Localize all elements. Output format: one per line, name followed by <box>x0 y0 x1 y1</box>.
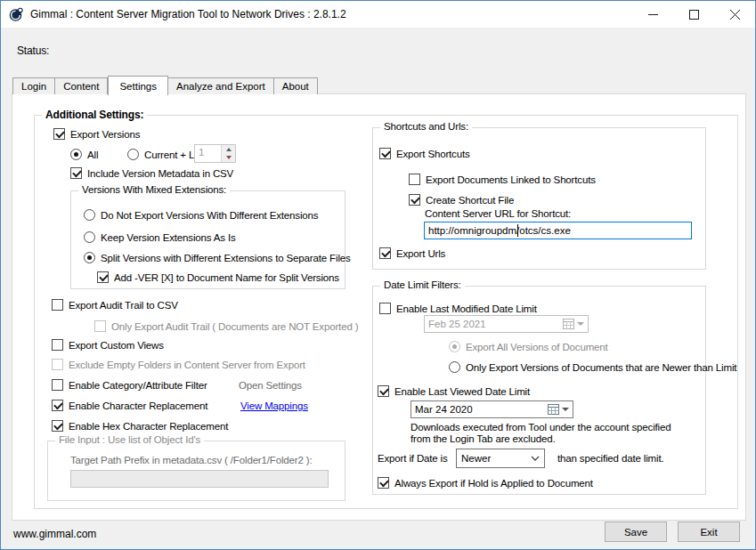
version-count-stepper[interactable]: 1 <box>194 144 236 163</box>
content-server-url-input[interactable]: http://omnigroupdm/otcs/cs.exe <box>424 222 692 239</box>
downloads-note-line2: from the Login Tab are excluded. <box>411 433 671 445</box>
radio-dot-icon <box>84 209 95 221</box>
create-shortcut-file-checkbox[interactable]: Create Shortcut File <box>409 194 514 206</box>
dropdown-arrow-icon <box>577 322 584 326</box>
stepper-up-button[interactable] <box>222 145 235 154</box>
modified-date-picker[interactable]: Feb 25 2021 <box>424 315 589 333</box>
tab-content[interactable]: Content <box>55 77 108 94</box>
checkbox-box-icon <box>378 385 389 397</box>
status-label: Status: <box>17 44 49 57</box>
export-versions-checkbox[interactable]: Export Versions <box>53 128 140 140</box>
add-ver-checkbox[interactable]: Add -VER [X] to Document Name for Split … <box>97 271 339 283</box>
add-ver-label: Add -VER [X] to Document Name for Split … <box>114 272 339 283</box>
content-server-url-value: http://omnigroupdm/otcs/cs.exe <box>428 225 571 236</box>
checkbox-box-icon <box>378 477 389 489</box>
export-docs-linked-label: Export Documents Linked to Shortcuts <box>426 174 596 185</box>
enable-character-replacement-checkbox[interactable]: Enable Character Replacement <box>52 400 207 411</box>
checkbox-box-icon <box>52 420 63 432</box>
exclude-empty-folders-checkbox[interactable]: Exclude Empty Folders in Content Server … <box>52 359 305 370</box>
open-settings-link[interactable]: Open Settings <box>239 380 302 391</box>
enable-last-modified-label: Enable Last Modified Date Limit <box>396 303 537 314</box>
window-frame: Gimmal : Content Server Migration Tool t… <box>0 0 756 550</box>
title-bar: Gimmal : Content Server Migration Tool t… <box>1 1 755 28</box>
create-shortcut-file-label: Create Shortcut File <box>426 195 514 206</box>
do-not-export-versions-radio[interactable]: Do Not Export Versions With Different Ex… <box>84 209 318 221</box>
radio-dot-icon <box>449 341 460 352</box>
additional-settings-title: Additional Settings: <box>42 109 147 121</box>
tab-strip: Login Content Settings Analyze and Expor… <box>12 75 318 94</box>
tab-login[interactable]: Login <box>12 77 55 94</box>
view-mappings-link[interactable]: View Mappings <box>240 400 308 411</box>
split-versions-radio[interactable]: Split Versions with Different Extensions… <box>84 252 351 263</box>
radio-dot-icon <box>70 149 82 160</box>
minimize-button[interactable] <box>632 1 673 28</box>
include-version-metadata-checkbox[interactable]: Include Version Metadata in CSV <box>70 167 233 179</box>
mixed-extensions-group: Versions With Mixed Extensions: Do Not E… <box>70 190 345 289</box>
export-custom-views-checkbox[interactable]: Export Custom Views <box>52 339 164 351</box>
versions-all-radio[interactable]: All <box>70 149 98 160</box>
always-export-hold-checkbox[interactable]: Always Export if Hold is Applied to Docu… <box>378 477 593 489</box>
do-not-export-versions-label: Do Not Export Versions With Different Ex… <box>101 210 318 221</box>
radio-dot-icon <box>84 252 95 263</box>
stepper-down-button[interactable] <box>222 154 235 163</box>
keep-extensions-label: Keep Version Extensions As Is <box>101 232 236 243</box>
window-controls <box>632 1 755 28</box>
tab-settings[interactable]: Settings <box>108 76 168 95</box>
target-path-prefix-label: Target Path Prefix in metadata.csv ( /Fo… <box>70 455 313 465</box>
enable-last-viewed-checkbox[interactable]: Enable Last Viewed Date Limit <box>378 385 530 397</box>
shortcuts-and-urls-group: Shortcuts and Urls: Export Shortcuts Exp… <box>372 127 706 270</box>
downloads-note: Downloads executed from Tool under the a… <box>411 422 671 445</box>
export-custom-views-label: Export Custom Views <box>69 340 164 351</box>
checkbox-box-icon <box>379 303 391 314</box>
modified-date-value: Feb 25 2021 <box>428 319 486 329</box>
enable-hex-replacement-checkbox[interactable]: Enable Hex Character Replacement <box>52 420 228 432</box>
radio-dot-icon <box>84 231 95 243</box>
keep-extensions-radio[interactable]: Keep Version Extensions As Is <box>84 231 236 243</box>
date-comparison-value: Newer <box>461 453 491 464</box>
checkbox-box-icon <box>52 299 63 311</box>
viewed-date-value: Mar 24 2020 <box>415 404 473 415</box>
export-audit-trail-label: Export Audit Trail to CSV <box>69 300 178 311</box>
export-all-versions-radio[interactable]: Export All Versions of Document <box>449 341 608 352</box>
export-if-date-label: Export if Date is <box>378 453 448 464</box>
only-export-audit-checkbox[interactable]: Only Export Audit Trail ( Documents are … <box>94 320 358 332</box>
mixed-extensions-title: Versions With Mixed Extensions: <box>78 184 230 195</box>
additional-settings-group: Additional Settings: Export Versions All… <box>34 115 738 509</box>
only-newer-radio[interactable]: Only Export Versions of Documents that a… <box>449 361 736 373</box>
date-comparison-select[interactable]: Newer <box>456 449 545 468</box>
maximize-button[interactable] <box>673 1 714 28</box>
file-input-title: File Input : Use list of Object Id's <box>55 434 204 445</box>
radio-dot-icon <box>449 361 460 373</box>
export-urls-checkbox[interactable]: Export Urls <box>379 247 445 259</box>
radio-dot-icon <box>127 149 139 160</box>
dropdown-arrow-icon <box>562 408 569 411</box>
enable-character-replacement-label: Enable Character Replacement <box>69 400 207 411</box>
enable-last-modified-checkbox[interactable]: Enable Last Modified Date Limit <box>379 303 537 314</box>
save-button[interactable]: Save <box>605 522 667 542</box>
exit-button[interactable]: Exit <box>678 522 740 542</box>
export-shortcuts-checkbox[interactable]: Export Shortcuts <box>379 148 470 159</box>
only-newer-label: Only Export Versions of Documents that a… <box>466 362 736 373</box>
text-caret <box>517 224 518 237</box>
export-audit-trail-checkbox[interactable]: Export Audit Trail to CSV <box>52 299 178 311</box>
export-versions-label: Export Versions <box>70 129 140 140</box>
up-arrow-icon <box>226 148 232 151</box>
versions-all-label: All <box>87 150 98 160</box>
tab-content-label: Content <box>63 81 99 92</box>
only-export-audit-label: Only Export Audit Trail ( Documents are … <box>111 321 358 332</box>
export-docs-linked-checkbox[interactable]: Export Documents Linked to Shortcuts <box>409 174 596 185</box>
close-button[interactable] <box>714 1 755 28</box>
calendar-icon <box>548 404 559 415</box>
tab-analyze-and-export[interactable]: Analyze and Export <box>168 77 274 94</box>
version-count-value: 1 <box>195 145 221 162</box>
target-path-prefix-input[interactable] <box>70 470 329 488</box>
checkbox-box-icon <box>379 247 391 259</box>
viewed-date-picker[interactable]: Mar 24 2020 <box>411 400 573 418</box>
checkbox-box-icon <box>52 379 63 391</box>
export-shortcuts-label: Export Shortcuts <box>396 149 470 159</box>
tab-about[interactable]: About <box>274 77 318 94</box>
enable-category-filter-checkbox[interactable]: Enable Category/Attribute Filter <box>52 379 207 391</box>
checkbox-box-icon <box>94 320 106 332</box>
app-window: Gimmal : Content Server Migration Tool t… <box>0 0 756 550</box>
settings-tab-page: Additional Settings: Export Versions All… <box>12 93 746 521</box>
